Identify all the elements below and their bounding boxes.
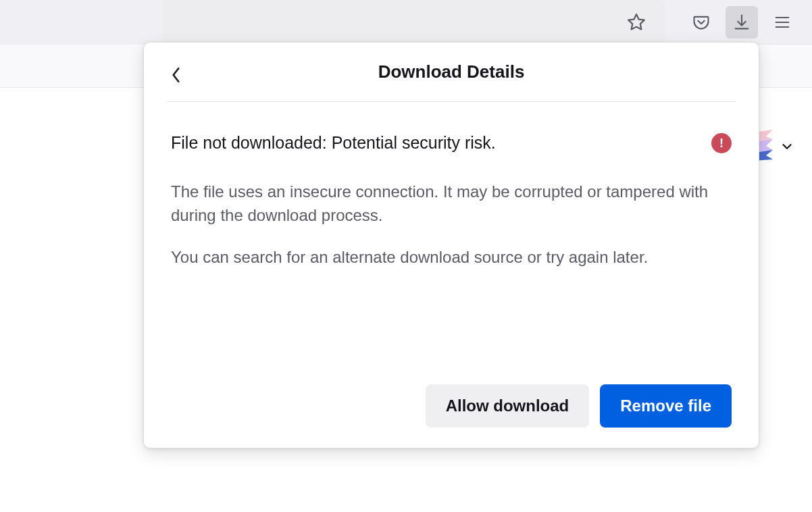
panel-header: Download Details [144,43,759,95]
downloads-button[interactable] [726,6,758,39]
bookmark-star-button[interactable] [620,6,653,39]
warning-desc-line-1: The file uses an insecure connection. It… [171,180,732,228]
download-icon [732,13,751,32]
menu-button[interactable] [766,6,798,39]
warning-row: File not downloaded: Potential security … [171,132,732,155]
warning-desc-line-2: You can search for an alternate download… [171,246,732,270]
remove-file-button[interactable]: Remove file [600,384,732,428]
download-details-panel: Download Details File not downloaded: Po… [143,42,759,449]
exclamation-icon: ! [719,136,724,151]
pocket-button[interactable] [685,6,717,39]
warning-heading: File not downloaded: Potential security … [171,132,496,155]
back-button[interactable] [164,63,188,87]
urlbar-area [0,0,677,45]
browser-toolbar [0,0,812,45]
panel-actions: Allow download Remove file [144,384,759,428]
hamburger-icon [773,13,792,32]
bookmarks-overflow-button[interactable] [777,136,797,157]
star-icon [626,12,646,32]
panel-title: Download Details [167,61,736,82]
urlbar[interactable] [162,0,665,45]
chevron-left-icon [170,66,182,84]
pocket-icon [692,13,711,32]
warning-icon: ! [711,133,732,153]
panel-body: File not downloaded: Potential security … [144,102,759,276]
allow-download-button[interactable]: Allow download [426,384,590,428]
warning-description: The file uses an insecure connection. It… [171,180,732,270]
chevron-down-icon [780,139,794,154]
